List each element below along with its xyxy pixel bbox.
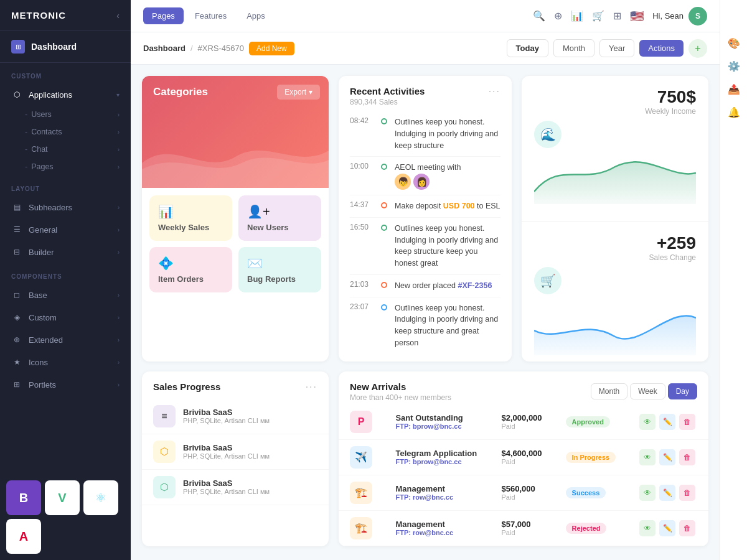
sales-item-name-2: Briviba SaaS xyxy=(183,443,317,452)
arrivals-header: New Arrivals More than 400+ new members … xyxy=(339,371,708,404)
table-cell-app: Management FTP: row@bnc.cc xyxy=(384,510,490,546)
weekly-income-label: Weekly Income xyxy=(534,107,696,116)
rs-send-icon[interactable]: 📤 xyxy=(728,83,740,95)
app-icon-1: P xyxy=(350,411,372,433)
applications-icon: ⬡ xyxy=(11,89,22,100)
delete-button-3[interactable]: 🗑 xyxy=(679,485,695,501)
period-year-button[interactable]: Year xyxy=(599,39,634,57)
tab-day[interactable]: Day xyxy=(668,383,697,399)
activity-item-6: 23:07 Outlines keep you honest. Indulgin… xyxy=(350,297,500,354)
sidebar-item-extended[interactable]: ⊕ Extended › xyxy=(0,329,131,351)
sidebar-item-applications[interactable]: ⬡ Applications ▾ xyxy=(0,83,131,106)
add-icon[interactable]: + xyxy=(688,39,707,58)
sidebar-item-custom-comp[interactable]: ◈ Custom › xyxy=(0,306,131,329)
table-row: ✈️ Telegram Application FTP: bprow@bnc.c… xyxy=(339,439,708,475)
cat-tile-bug-reports[interactable]: ✉️ Bug Reports xyxy=(238,247,321,292)
builder-icon: ⊟ xyxy=(11,246,22,258)
cat-tile-new-users[interactable]: 👤+ New Users xyxy=(238,195,321,241)
sidebar-item-general[interactable]: ☰ General › xyxy=(0,218,131,241)
cat-tile-weekly-sales[interactable]: 📊 Weekly Sales xyxy=(149,195,232,241)
item-orders-label: Item Orders xyxy=(158,274,223,284)
tab-month[interactable]: Month xyxy=(591,383,627,399)
cat-tile-item-orders[interactable]: 💠 Item Orders xyxy=(149,247,232,292)
actions-button[interactable]: Actions xyxy=(639,40,684,57)
sales-header: Sales Progress ··· xyxy=(142,371,329,399)
view-button-2[interactable]: 👁 xyxy=(639,449,655,465)
table-cell-icon: ✈️ xyxy=(339,439,384,475)
flag-icon[interactable]: 🇺🇸 xyxy=(630,9,644,23)
view-button-1[interactable]: 👁 xyxy=(639,414,655,430)
dashboard-icon: ⊞ xyxy=(11,40,25,54)
bootstrap-icon[interactable]: B xyxy=(6,480,41,515)
activity-time-6: 23:07 xyxy=(350,302,374,311)
sidebar-item-contacts[interactable]: -Contacts › xyxy=(0,123,131,141)
cart-icon[interactable]: 🛒 xyxy=(592,10,604,22)
edit-button-4[interactable]: ✏️ xyxy=(659,520,675,536)
table-cell-status: Success xyxy=(555,475,629,510)
rs-settings-icon[interactable]: ⚙️ xyxy=(728,60,740,72)
react-icon[interactable]: ⚛ xyxy=(83,480,118,515)
sidebar-item-pages[interactable]: -Pages › xyxy=(0,158,131,175)
delete-button-2[interactable]: 🗑 xyxy=(679,449,695,465)
app-icon-2: ✈️ xyxy=(350,446,372,469)
sidebar-item-dashboard[interactable]: ⊞ Dashboard xyxy=(0,31,131,63)
tab-features[interactable]: Features xyxy=(186,7,235,24)
add-new-button[interactable]: Add New xyxy=(249,42,294,55)
sidebar-item-builder[interactable]: ⊟ Builder › xyxy=(0,241,131,263)
sidebar-item-icons[interactable]: ★ Icons › xyxy=(0,351,131,373)
sales-item-icon-3: ⬡ xyxy=(153,476,176,498)
edit-button-1[interactable]: ✏️ xyxy=(659,414,675,430)
arrivals-tabs: Month Week Day xyxy=(591,383,697,399)
period-today-button[interactable]: Today xyxy=(507,39,548,57)
activity-text-4: Outlines keep you honest. Indulging in p… xyxy=(395,223,500,269)
table-row: P Sant Outstanding FTP: bprow@bnc.cc $2,… xyxy=(339,404,708,440)
activity-time-1: 08:42 xyxy=(350,116,374,125)
sidebar-item-base[interactable]: ◻ Base › xyxy=(0,284,131,306)
sidebar-item-subheaders[interactable]: ▤ Subheaders › xyxy=(0,196,131,218)
recent-menu-icon[interactable]: ··· xyxy=(489,86,500,97)
delete-button-1[interactable]: 🗑 xyxy=(679,414,695,430)
app-name-1: Sant Outstanding xyxy=(395,413,479,422)
tab-week[interactable]: Week xyxy=(630,383,665,399)
sales-menu-icon[interactable]: ··· xyxy=(306,381,317,393)
recent-subtitle: 890,344 Sales xyxy=(350,98,425,106)
avatar-2: 👩 xyxy=(413,174,430,190)
edit-button-2[interactable]: ✏️ xyxy=(659,449,675,465)
view-button-4[interactable]: 👁 xyxy=(639,520,655,536)
sidebar-section-layout: LAYOUT xyxy=(0,175,131,196)
grid-icon[interactable]: ⊕ xyxy=(554,10,562,22)
sidebar-item-portlets[interactable]: ⊞ Portlets › xyxy=(0,373,131,396)
period-month-button[interactable]: Month xyxy=(553,39,594,57)
tab-pages[interactable]: Pages xyxy=(143,7,184,24)
activity-dot-1 xyxy=(381,118,387,124)
table-cell-icon: 🏗️ xyxy=(339,475,384,510)
view-button-3[interactable]: 👁 xyxy=(639,485,655,501)
vue-icon[interactable]: V xyxy=(45,480,80,515)
chart-icon[interactable]: 📊 xyxy=(571,10,583,22)
sidebar-item-users[interactable]: -Users › xyxy=(0,106,131,123)
edit-button-3[interactable]: ✏️ xyxy=(659,485,675,501)
angular-icon[interactable]: A xyxy=(6,519,41,554)
subheaders-arrow-icon: › xyxy=(118,204,120,211)
sidebar-item-chat[interactable]: -Chat › xyxy=(0,141,131,158)
export-button[interactable]: Export ▾ xyxy=(277,85,320,100)
table-cell-icon: P xyxy=(339,404,384,440)
subheaders-icon: ▤ xyxy=(11,202,22,213)
rs-notification-icon[interactable]: 🔔 xyxy=(728,106,740,118)
icons-arrow-icon: › xyxy=(118,359,120,366)
content-row-2: Sales Progress ··· ≡ Briviba SaaS PHP, S… xyxy=(142,371,708,546)
rs-palette-icon[interactable]: 🎨 xyxy=(728,37,740,49)
sidebar-collapse-icon[interactable]: ‹ xyxy=(116,11,120,21)
weekly-income-icon: 🌊 xyxy=(534,121,561,148)
tab-apps[interactable]: Apps xyxy=(238,7,274,24)
user-avatar[interactable]: S xyxy=(688,7,707,26)
apps-grid-icon[interactable]: ⊞ xyxy=(613,10,621,22)
status-badge-1: Approved xyxy=(566,416,610,427)
search-icon[interactable]: 🔍 xyxy=(533,10,545,22)
delete-button-4[interactable]: 🗑 xyxy=(679,520,695,536)
breadcrumb: Dashboard / #XRS-45670 Add New xyxy=(143,42,294,55)
table-cell-actions: 👁 ✏️ 🗑 xyxy=(628,439,708,475)
amount-4: $57,000 xyxy=(502,520,543,529)
custom-comp-arrow-icon: › xyxy=(118,314,120,321)
tech-icons-bar: B V ⚛ A xyxy=(0,474,131,560)
